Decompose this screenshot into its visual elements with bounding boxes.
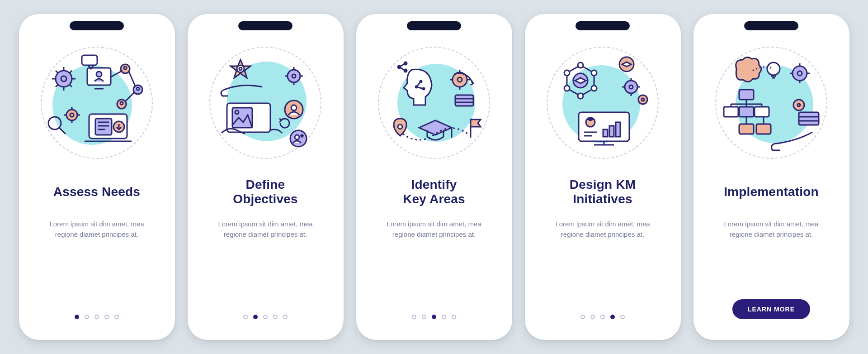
cta-area: LEARN MORE	[706, 299, 837, 324]
page-dots	[75, 315, 119, 319]
illustration-identify-key-areas	[375, 44, 493, 162]
page-dot-2[interactable]	[253, 315, 258, 319]
illustration-define-objectives	[207, 44, 324, 162]
svg-point-101	[638, 95, 647, 104]
screen-title: Assess Needs	[53, 177, 140, 207]
page-dot-4[interactable]	[610, 315, 615, 319]
svg-rect-128	[756, 124, 771, 134]
pagination	[369, 315, 500, 324]
svg-point-89	[564, 86, 570, 91]
illustration-design-km-initiatives	[544, 44, 661, 162]
page-dot-5[interactable]	[114, 315, 119, 319]
svg-rect-126	[755, 107, 769, 117]
svg-point-1	[56, 71, 72, 87]
page-dot-5[interactable]	[620, 315, 625, 319]
svg-rect-110	[616, 122, 620, 137]
svg-point-117	[793, 66, 807, 81]
screen-title: Define Objectives	[233, 177, 298, 207]
screen-description: Lorem ipsum sit dim amet, mea regione di…	[712, 219, 830, 240]
page-dot-1[interactable]	[580, 315, 585, 319]
onboarding-carousel: Assess Needs Lorem ipsum sit dim amet, m…	[10, 5, 859, 349]
svg-rect-31	[82, 55, 97, 65]
page-dot-4[interactable]	[442, 315, 446, 319]
learn-more-button[interactable]: LEARN MORE	[732, 299, 810, 319]
svg-point-87	[591, 86, 597, 91]
illustration-implementation	[712, 44, 830, 162]
screen-define-objectives: Define Objectives Lorem ipsum sit dim am…	[188, 14, 344, 340]
svg-point-21	[96, 72, 102, 77]
svg-point-90	[564, 70, 570, 76]
svg-rect-108	[603, 129, 608, 137]
page-dot-3[interactable]	[263, 315, 268, 319]
svg-line-7	[56, 71, 58, 73]
define-objectives-icon	[213, 51, 317, 155]
svg-rect-34	[95, 119, 112, 135]
page-dots	[580, 315, 625, 319]
screen-title: Design KM Initiatives	[570, 177, 636, 207]
screen-title: Identify Key Areas	[403, 177, 465, 207]
page-dots	[243, 315, 288, 319]
svg-rect-138	[799, 112, 819, 125]
svg-rect-127	[739, 124, 754, 134]
page-dots	[412, 315, 456, 319]
page-dot-5[interactable]	[452, 315, 456, 319]
svg-line-69	[399, 67, 406, 71]
screen-identify-key-areas: Identify Key Areas Lorem ipsum sit dim a…	[356, 14, 512, 340]
pagination	[538, 315, 668, 324]
identify-key-areas-icon	[382, 51, 486, 155]
page-dot-4[interactable]	[104, 315, 109, 319]
screen-implementation: Implementation Lorem ipsum sit dim amet,…	[693, 14, 849, 340]
svg-point-42	[237, 65, 244, 72]
screen-design-km-initiatives: Design KM Initiatives Lorem ipsum sit di…	[525, 14, 681, 340]
page-dot-3[interactable]	[432, 315, 436, 319]
assess-needs-icon	[45, 51, 149, 155]
page-dot-2[interactable]	[590, 315, 595, 319]
page-dot-5[interactable]	[283, 315, 288, 319]
svg-rect-124	[724, 107, 738, 117]
svg-point-88	[578, 93, 583, 99]
svg-point-53	[288, 70, 300, 82]
page-dot-1[interactable]	[75, 315, 79, 319]
page-dot-2[interactable]	[85, 315, 89, 319]
pagination	[200, 315, 331, 324]
svg-point-50	[295, 135, 299, 139]
svg-point-95	[625, 81, 637, 93]
svg-rect-76	[455, 95, 473, 106]
page-dot-1[interactable]	[243, 315, 248, 319]
screen-assess-needs: Assess Needs Lorem ipsum sit dim amet, m…	[19, 14, 175, 340]
svg-line-68	[399, 63, 406, 67]
screen-description: Lorem ipsum sit dim amet, mea regione di…	[38, 219, 156, 240]
screen-description: Lorem ipsum sit dim amet, mea regione di…	[207, 219, 324, 240]
svg-point-23	[124, 67, 127, 69]
screen-title: Implementation	[724, 177, 819, 207]
svg-point-27	[120, 102, 123, 105]
screen-description: Lorem ipsum sit dim amet, mea regione di…	[375, 219, 493, 240]
svg-point-48	[291, 105, 297, 110]
svg-rect-123	[739, 90, 754, 100]
page-dot-2[interactable]	[422, 315, 426, 319]
svg-rect-109	[609, 126, 614, 137]
design-km-initiatives-icon	[551, 51, 655, 155]
page-dot-3[interactable]	[94, 315, 99, 319]
illustration-assess-needs	[38, 44, 156, 162]
svg-point-85	[578, 62, 583, 68]
page-dot-4[interactable]	[273, 315, 278, 319]
svg-point-81	[398, 124, 402, 129]
svg-point-86	[591, 70, 597, 76]
svg-point-136	[793, 100, 804, 110]
page-dot-3[interactable]	[600, 315, 605, 319]
svg-rect-125	[739, 107, 754, 117]
svg-point-25	[137, 87, 139, 90]
svg-line-29	[129, 72, 135, 86]
page-dot-1[interactable]	[412, 315, 416, 319]
svg-point-114	[767, 62, 780, 75]
screen-description: Lorem ipsum sit dim amet, mea regione di…	[544, 219, 661, 240]
svg-point-11	[66, 110, 77, 120]
implementation-icon	[719, 51, 823, 155]
pagination	[32, 315, 162, 324]
